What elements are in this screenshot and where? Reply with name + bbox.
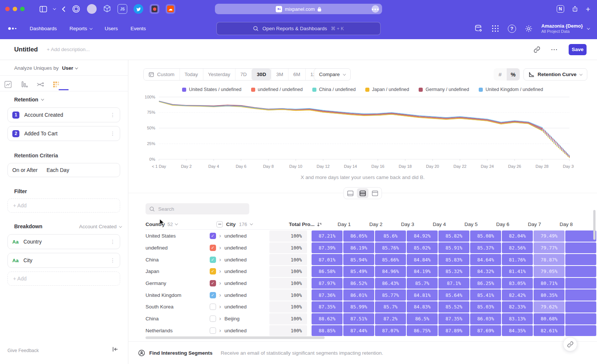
step-card-1[interactable]: 1 Account Created ⋮ [7, 107, 120, 122]
retention-cell[interactable]: 85.83% [438, 254, 469, 265]
range-button-7d[interactable]: 7D [235, 69, 251, 80]
column-header-day-3[interactable]: Day 3 [392, 222, 423, 227]
expand-chevron-icon[interactable]: › [219, 233, 221, 238]
retention-cell[interactable]: 85.7% [375, 301, 406, 313]
extension-cloud-icon[interactable]: ☁ [166, 4, 175, 14]
expand-chevron-icon[interactable]: › [219, 245, 221, 250]
analyze-value-dropdown[interactable]: User [62, 65, 73, 71]
retention-cell[interactable]: 81.41% [502, 266, 533, 277]
retention-cell[interactable]: 84.32% [470, 266, 501, 277]
retention-cell[interactable]: 79.49% [534, 230, 565, 242]
segments-title[interactable]: Find Interesting Segments [149, 350, 213, 356]
retention-cell[interactable]: 87.07% [375, 325, 406, 336]
legend-item[interactable]: United Kingdom / undefined [479, 87, 543, 92]
retention-cell[interactable]: 82.56% [502, 242, 533, 254]
chevron-down-icon[interactable] [53, 7, 56, 10]
share-icon[interactable] [572, 5, 578, 13]
horizontal-scrollbar[interactable] [146, 336, 325, 339]
retention-cell[interactable]: 87.01% [312, 254, 343, 265]
retention-cell[interactable]: 86.75% [407, 325, 438, 336]
breakdown-event-selector[interactable]: Account Created [79, 224, 122, 229]
extension-record-icon[interactable] [150, 4, 159, 14]
nav-users[interactable]: Users [105, 26, 118, 31]
retention-cell[interactable]: 87.97% [312, 278, 343, 289]
retention-cell[interactable]: 84.96% [375, 266, 406, 277]
add-breakdown-button[interactable]: + Add [7, 272, 120, 286]
column-header-day-8[interactable]: Day 8 [550, 222, 582, 227]
zoom-window-icon[interactable] [20, 7, 25, 11]
legend-item[interactable]: United States / undefined [182, 87, 241, 92]
give-feedback-link[interactable]: Give Feedback [7, 348, 39, 353]
table-search[interactable] [146, 203, 249, 214]
mixpanel-logo-icon[interactable] [8, 27, 16, 30]
retention-cell[interactable]: 84.35% [502, 325, 533, 336]
back-icon[interactable] [62, 6, 65, 12]
retention-cell[interactable]: 87.51% [343, 313, 374, 324]
table-only-view-icon[interactable] [369, 188, 381, 198]
retention-cell[interactable]: 85.82% [438, 230, 469, 242]
retention-cell[interactable]: 82.04% [502, 230, 533, 242]
add-filter-button[interactable]: + Add [7, 198, 120, 213]
tab-insights[interactable] [0, 81, 16, 88]
help-icon[interactable]: ? [508, 25, 516, 33]
retention-cell[interactable]: 79.77% [534, 242, 565, 254]
retention-cell[interactable]: 85.49% [343, 266, 374, 277]
retention-criteria-card[interactable]: On or After Each Day [7, 163, 120, 177]
retention-cell[interactable]: 87.36% [312, 289, 343, 301]
column-header-day-6[interactable]: Day 6 [487, 222, 519, 227]
select-all-checkbox[interactable] [216, 221, 223, 228]
retention-cell[interactable]: 86.58% [312, 266, 343, 277]
row-checkbox[interactable] [210, 327, 216, 334]
compare-button[interactable]: Compare [314, 68, 351, 81]
address-bar[interactable]: mixpanel.com ●●● [215, 4, 382, 14]
retention-cell[interactable]: 85.99% [343, 301, 374, 313]
kebab-menu-icon[interactable]: ⋮ [110, 239, 115, 245]
retention-cell[interactable]: 82.33% [502, 301, 533, 313]
extension-ring-icon[interactable] [72, 4, 81, 13]
retention-cell[interactable]: 88.85% [312, 325, 343, 336]
retention-cell[interactable]: 87.35% [312, 301, 343, 313]
data-management-icon[interactable] [474, 24, 483, 33]
page-settings-icon[interactable]: ●●● [372, 5, 379, 13]
notion-extension-icon[interactable]: N [557, 5, 564, 13]
step-event-name[interactable]: Account Created [24, 112, 63, 118]
breakdown-property[interactable]: Country [24, 239, 42, 245]
breakdown-card-country[interactable]: Aa Country ⋮ [7, 234, 120, 249]
expand-chevron-icon[interactable]: › [219, 257, 221, 262]
tab-funnels[interactable] [16, 81, 32, 88]
column-header-day-5[interactable]: Day 5 [455, 222, 487, 227]
retention-cell[interactable]: 87.2% [375, 313, 406, 324]
chart-only-view-icon[interactable] [345, 188, 356, 198]
percent-format-button[interactable]: % [507, 68, 520, 81]
more-options-icon[interactable]: ⋯ [551, 45, 558, 54]
retention-cell[interactable]: 87.89% [438, 325, 469, 336]
report-title[interactable]: Untitled [14, 46, 38, 53]
retention-cell[interactable]: 85.41% [470, 289, 501, 301]
retention-cell[interactable]: 85.6% [375, 230, 406, 242]
nav-events[interactable]: Events [131, 26, 146, 31]
retention-cell[interactable]: 84.83% [407, 301, 438, 313]
table-search-input[interactable] [158, 206, 240, 212]
retention-cell-partial[interactable] [565, 289, 596, 301]
split-view-icon[interactable] [357, 188, 369, 198]
expand-chevron-icon[interactable]: › [219, 280, 221, 286]
close-window-icon[interactable] [5, 7, 10, 11]
chart-type-dropdown[interactable]: Retention Curve [523, 68, 587, 81]
row-checkbox[interactable] [210, 304, 216, 310]
retention-cell[interactable]: 84.81% [407, 289, 438, 301]
settings-gear-icon[interactable] [525, 25, 533, 33]
retention-cell-partial[interactable] [565, 313, 596, 324]
retention-cell[interactable]: 87.1% [438, 278, 469, 289]
new-tab-icon[interactable]: + [586, 5, 590, 13]
criteria-condition[interactable]: On or After [12, 167, 38, 173]
retention-cell[interactable]: 87.39% [312, 242, 343, 254]
column-header-day-1[interactable]: Day 1 [328, 222, 360, 227]
nav-reports[interactable]: Reports [69, 26, 92, 31]
criteria-interval[interactable]: Each Day [47, 167, 69, 173]
retention-cell[interactable]: 87.69% [470, 325, 501, 336]
retention-cell[interactable]: 86.25% [470, 278, 501, 289]
extension-bird-icon[interactable] [134, 4, 143, 14]
tab-flows[interactable] [32, 81, 48, 88]
retention-cell[interactable]: 85.7% [407, 278, 438, 289]
retention-cell-partial[interactable] [565, 266, 596, 277]
